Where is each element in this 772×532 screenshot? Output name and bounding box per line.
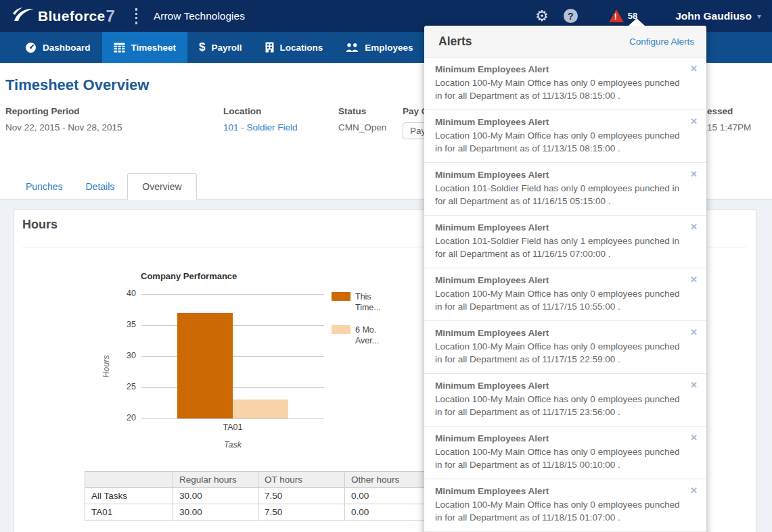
alerts-panel: Alerts Configure Alerts ✕ Minimum Employ… [424, 26, 706, 532]
legend-swatch-this-time [332, 292, 350, 301]
location-field: Location 101 - Soldier Field [223, 106, 298, 132]
reporting-period-label: Reporting Period [5, 106, 122, 116]
close-icon[interactable]: ✕ [690, 380, 698, 390]
close-icon[interactable]: ✕ [690, 485, 698, 495]
table-cell: 7.50 [258, 504, 345, 521]
close-icon[interactable]: ✕ [690, 274, 698, 285]
alert-message: Location 101-Soldier Field has only 0 em… [435, 182, 687, 208]
nav-item-dashboard[interactable]: Dashboard [14, 32, 102, 63]
alert-title: Minimum Employees Alert [435, 381, 679, 391]
alert-item: ✕ Minimum Employees Alert Location 100-M… [424, 479, 706, 532]
table-row: All Tasks30.007.500.00 [85, 488, 432, 504]
table-cell: 0.00 [345, 488, 432, 504]
company-name: Arrow Technologies [154, 10, 245, 22]
nav-label-timesheet: Timesheet [131, 43, 177, 53]
nav-item-employees[interactable]: Employees [334, 32, 424, 63]
alert-title: Minimum Employees Alert [435, 170, 679, 180]
y-axis-tick-label: 30 [113, 351, 136, 360]
location-label: Location [223, 106, 298, 116]
gear-icon[interactable]: ⚙ [535, 9, 549, 24]
alert-item: ✕ Minimum Employees Alert Location 100-M… [424, 321, 706, 374]
alert-item: ✕ Minimum Employees Alert Location 100-M… [424, 374, 706, 427]
alert-title: Minimum Employees Alert [435, 64, 679, 74]
alerts-panel-pointer [629, 18, 645, 26]
table-cell: 7.50 [258, 488, 345, 504]
configure-alerts-link[interactable]: Configure Alerts [629, 37, 694, 47]
status-value: CMN_Open [338, 122, 386, 132]
legend-entry-6mo-average: 6 Mo.Aver... [332, 324, 381, 346]
topbar-actions: ⚙ ? ! 58 John Gaudiuso ▾ [535, 9, 761, 24]
close-icon[interactable]: ✕ [690, 116, 698, 126]
chart-bar-this-time [177, 313, 233, 418]
alert-message: Location 100-My Main Office has only 0 e… [435, 340, 687, 366]
alert-title: Minimum Employees Alert [435, 433, 679, 443]
last-processed-label-fragment: essed [707, 106, 751, 116]
chart-gridline [141, 387, 324, 388]
alert-title: Minimum Employees Alert [435, 328, 679, 338]
chart-xlabel: Task [212, 440, 253, 450]
legend-entry-this-time: ThisTime... [332, 291, 381, 313]
app-root: Blueforce7 Arrow Technologies ⚙ ? ! 58 J… [0, 0, 772, 532]
topbar-divider [135, 8, 137, 24]
help-icon[interactable]: ? [564, 9, 578, 23]
y-axis-tick-label: 35 [113, 320, 136, 329]
nav-item-timesheet[interactable]: Timesheet [102, 32, 188, 63]
payroll-icon: $ [199, 41, 205, 54]
table-header-cell: Regular hours [173, 472, 258, 488]
user-menu[interactable]: John Gaudiuso ▾ [675, 10, 761, 22]
table-header-cell: OT hours [258, 472, 345, 488]
alert-title: Minimum Employees Alert [435, 222, 679, 233]
legend-label-this-time: ThisTime... [355, 291, 381, 313]
chart-bar-6mo-average [233, 400, 288, 418]
chart-gridline [141, 325, 324, 326]
alerts-panel-header: Alerts Configure Alerts [424, 26, 706, 57]
chart-gridline [141, 294, 324, 295]
reporting-period-value: Nov 22, 2015 - Nov 28, 2015 [5, 122, 122, 132]
tab-details[interactable]: Details [85, 174, 114, 199]
reporting-period-field: Reporting Period Nov 22, 2015 - Nov 28, … [5, 106, 122, 132]
chart-gridline [141, 418, 324, 419]
hours-chart: Company Performance Hours 4035302520 TA0… [89, 267, 413, 470]
location-link[interactable]: 101 - Soldier Field [223, 122, 298, 132]
close-icon[interactable]: ✕ [690, 222, 698, 232]
legend-label-6mo-average: 6 Mo.Aver... [355, 324, 379, 346]
nav-item-payroll[interactable]: $ Payroll [187, 32, 254, 63]
close-icon[interactable]: ✕ [690, 327, 698, 337]
alert-title: Minimum Employees Alert [435, 486, 679, 496]
table-cell: All Tasks [85, 488, 173, 504]
last-processed-value-fragment: 15 1:47PM [707, 122, 751, 132]
tab-overview[interactable]: Overview [127, 173, 196, 200]
y-axis-tick-label: 40 [113, 289, 136, 298]
table-row: TA0130.007.500.00 [85, 504, 432, 521]
alert-item: ✕ Minimum Employees Alert Location 101-S… [424, 163, 706, 216]
alert-item: ✕ Minimum Employees Alert Location 100-M… [424, 57, 706, 110]
alert-message: Location 100-My Main Office has only 0 e… [435, 76, 687, 102]
nav-label-dashboard: Dashboard [43, 43, 91, 53]
status-field: Status CMN_Open [338, 106, 386, 132]
close-icon[interactable]: ✕ [690, 169, 698, 179]
table-cell: 30.00 [173, 488, 258, 504]
alert-message: Location 100-My Main Office has only 0 e… [435, 129, 687, 155]
brand-seven: 7 [106, 7, 115, 26]
brand-name: Blueforce [38, 8, 106, 24]
tab-punches[interactable]: Punches [26, 174, 62, 199]
alert-message: Location 101-Soldier Field has only 1 em… [435, 235, 687, 260]
warning-triangle-icon: ! [609, 9, 624, 22]
close-icon[interactable]: ✕ [690, 64, 698, 74]
table-cell: 0.00 [345, 504, 432, 521]
legend-swatch-6mo-average [332, 325, 350, 334]
blueforce-swoosh-icon [12, 6, 35, 26]
chevron-down-icon: ▾ [757, 11, 761, 21]
hours-table: Regular hoursOT hoursOther hoursAll Task… [85, 471, 432, 521]
chart-ylabel: Hours [101, 346, 111, 387]
y-axis-tick-label: 20 [113, 413, 136, 422]
table-cell: 30.00 [173, 504, 258, 521]
table-header-cell: Other hours [345, 472, 432, 488]
alert-item: ✕ Minimum Employees Alert Location 100-M… [424, 268, 706, 321]
brand-logo[interactable]: Blueforce7 [12, 6, 115, 26]
alerts-panel-title: Alerts [438, 34, 472, 49]
nav-item-locations[interactable]: Locations [254, 32, 335, 63]
alert-message: Location 100-My Main Office has only 0 e… [435, 287, 687, 313]
alert-item: ✕ Minimum Employees Alert Location 101-S… [424, 216, 706, 268]
close-icon[interactable]: ✕ [690, 433, 698, 443]
